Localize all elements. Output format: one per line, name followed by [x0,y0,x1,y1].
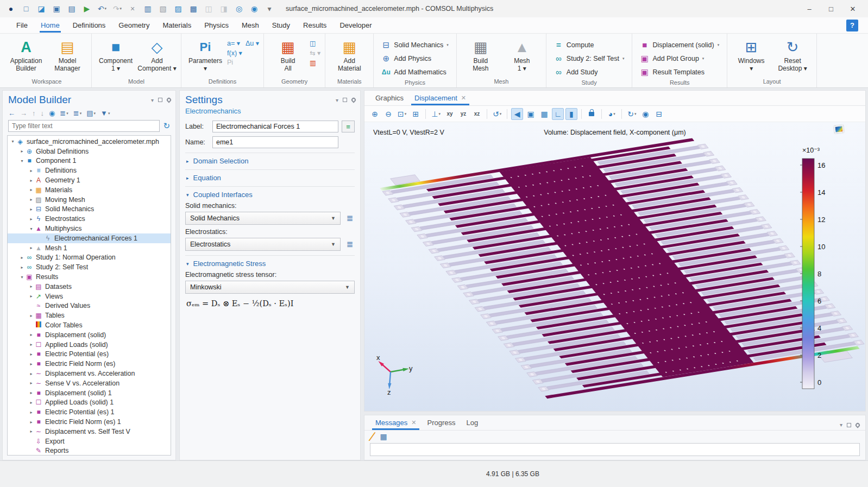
section-equation[interactable]: ▸ Equation [185,169,355,182]
tree-item-derived-values[interactable]: ≈Derived Values [8,301,171,311]
expand-icon[interactable]: ▸ [28,362,34,366]
mini-button[interactable]: Δu ▾ [246,39,259,47]
close-button[interactable]: ✕ [842,1,864,16]
float-panel-icon[interactable] [847,423,851,427]
expand-icon[interactable]: ▸ [28,342,34,347]
section-domain-selection[interactable]: ▸ Domain Selection [185,153,355,165]
expand-icon[interactable]: ▸ [28,429,34,434]
mini-button[interactable]: ▥ [310,59,316,67]
find-replace-icon[interactable]: ◉ [248,2,261,15]
section-coupled-interfaces[interactable]: ▾ Coupled Interfaces Solid mechanics: So… [185,186,355,251]
deselect-box-icon[interactable]: ◨ [217,2,230,15]
lock-axes-button[interactable] [586,108,597,120]
mini-button[interactable]: f(x) ▾ [227,49,242,57]
grid-button[interactable]: ▦ [538,108,550,120]
application-builder-button[interactable]: AApplicationBuilder [7,36,46,78]
filter-button[interactable]: ▼▾ [100,109,110,117]
collapse-icon[interactable]: ▾ [28,226,34,231]
tab-graphics[interactable]: Graphics [370,91,409,105]
tree-item-electrostatics[interactable]: ▸ϟElectrostatics [8,214,171,224]
expand-icon[interactable]: ▸ [28,313,34,318]
undo-icon[interactable]: ↶▾ [96,2,109,15]
tree-item-tables[interactable]: ▸▦Tables [8,311,171,320]
open-file-icon[interactable]: ◪ [35,2,48,15]
rotate-button[interactable]: ↺▾ [491,108,503,120]
save-as-icon[interactable]: ▤ [65,2,78,15]
tree-item-datasets[interactable]: ▸▤Datasets [8,282,171,292]
messages-content[interactable] [370,443,860,456]
expand-icon[interactable]: ▸ [28,217,34,222]
go-to-source-icon[interactable]: ≣ [345,213,355,223]
zoom-out-button[interactable]: ⊖ [382,108,394,120]
tab-messages[interactable]: Messages✕ [370,416,422,430]
build-all-button[interactable]: ▦BuildAll [268,36,307,78]
displacement-solid-button[interactable]: ■Displacement (solid)▾ [637,38,722,52]
mesh-1-button[interactable]: ▲Mesh1 ▾ [502,36,542,78]
close-tab-icon[interactable]: ✕ [411,419,416,426]
show-button[interactable]: ◉ [49,109,55,117]
select-box-icon[interactable]: ◫ [202,2,215,15]
pin-panel-icon[interactable] [350,97,356,103]
tree-item-electric-field-norm-es-1[interactable]: ▸■Electric Field Norm (es) 1 [8,417,171,427]
snapshot-button[interactable]: ◉ [639,108,651,120]
close-tab-icon[interactable]: ✕ [461,94,466,102]
stress-tensor-select[interactable]: Minkowski ▼ [185,281,355,294]
expand-icon[interactable]: ▸ [28,381,34,385]
menu-item-materials[interactable]: Materials [156,18,198,32]
tab-displacement[interactable]: Displacement✕ [409,91,471,105]
print-button[interactable]: ⊟ [653,108,665,120]
expand-icon[interactable]: ▸ [28,168,34,173]
customize-qat-icon[interactable]: ▾ [263,2,276,15]
new-file-icon[interactable]: □ [20,2,33,15]
tree-item-applied-loads-solid-1[interactable]: ▸☐Applied Loads (solid) 1 [8,398,171,408]
minimize-button[interactable]: – [798,1,820,16]
result-templates-button[interactable]: ▣Result Templates [637,65,722,79]
expand-icon[interactable]: ▸ [28,390,34,395]
forward-button[interactable]: → [20,109,27,117]
zoom-box-button[interactable]: ⊡▾ [396,108,408,120]
label-field-input[interactable] [212,121,338,132]
tree-item-sense-v-vs-acceleration[interactable]: ▸∼Sense V vs. Acceleration [8,378,171,388]
menu-item-geometry[interactable]: Geometry [112,18,156,32]
expand-icon[interactable]: ▸ [28,420,34,425]
add-material-button[interactable]: ▦AddMaterial [330,36,369,78]
zoom-in-button[interactable]: ⊕ [369,108,381,120]
comsol-logo-icon[interactable]: ● [4,2,17,15]
move-up-button[interactable]: ↑ [32,109,36,117]
panel-menu-icon[interactable]: ▾ [840,422,842,428]
tree-item-surface-micromachined-accelerometer-mph[interactable]: ▾◈surface_micromachined_accelerometer.mp… [8,137,171,147]
find-icon[interactable]: ◎ [232,2,246,15]
image-effects-button[interactable]: ◕▾ [606,108,618,120]
cut-icon[interactable]: × [126,2,139,15]
tree-item-study-1-normal-operation[interactable]: ▸∞Study 1: Normal Operation [8,253,171,263]
tree-item-electric-potential-es-1[interactable]: ▸■Electric Potential (es) 1 [8,407,171,417]
mini-button[interactable]: ◫ [310,39,316,47]
paste-icon[interactable]: ▧ [156,2,169,15]
expand-icon[interactable]: ▸ [28,284,34,289]
add-mathematics-button[interactable]: ΔuAdd Mathematics [378,65,452,79]
menu-item-results[interactable]: Results [297,18,333,32]
expand-icon[interactable]: ▸ [28,245,34,250]
tree-item-electromechanical-forces-1[interactable]: ϟElectromechanical Forces 1 [8,233,171,243]
collapse-all-button[interactable]: ≣▾ [73,109,81,117]
parameters-button[interactable]: PiParameters▾ [186,36,225,78]
menu-item-study[interactable]: Study [266,18,297,32]
pin-panel-icon[interactable] [166,97,172,103]
delete-icon[interactable]: ▩ [187,2,200,15]
model-tree-node-text-button[interactable]: ▤▾ [86,109,96,117]
expand-icon[interactable]: ▸ [28,197,34,202]
rename-icon[interactable]: ≡ [342,121,355,132]
expand-icon[interactable]: ▸ [19,149,25,154]
view-yz-button[interactable]: yz [457,108,469,120]
tree-item-displacement-solid[interactable]: ▸■Displacement (solid) [8,330,171,340]
add-study-button[interactable]: ∞Add Study [551,65,628,79]
run-icon[interactable]: ▶ [80,2,93,15]
expand-icon[interactable]: ▸ [19,255,25,260]
model-manager-button[interactable]: ▤ModelManager [48,36,87,78]
clear-messages-icon[interactable]: ╱ [369,432,375,441]
tree-item-geometry-1[interactable]: ▸AGeometry 1 [8,175,171,185]
menu-item-file[interactable]: File [10,18,34,32]
add-plot-group-button[interactable]: ▣Add Plot Group▾ [637,52,722,65]
tree-item-electric-potential-es[interactable]: ▸■Electric Potential (es) [8,350,171,359]
component-1-button[interactable]: ■Component1 ▾ [96,36,135,78]
